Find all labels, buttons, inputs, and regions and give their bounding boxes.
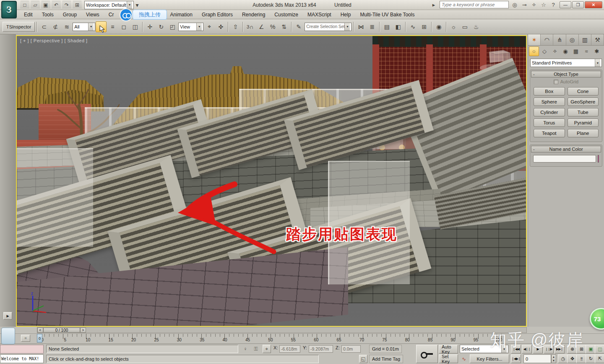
maxscript-mini-recorder[interactable]: [0, 345, 44, 354]
schematic-view-icon[interactable]: ⊞: [419, 21, 430, 32]
workspace-dropdown[interactable]: Workspace: Default ▼: [84, 1, 134, 9]
tab-create-icon[interactable]: ✶: [528, 34, 541, 45]
select-and-rotate-icon[interactable]: ↻: [156, 21, 167, 32]
menu-edit[interactable]: Edit: [19, 10, 37, 19]
current-frame-field[interactable]: 0: [523, 354, 551, 363]
absolute-mode-transform-icon[interactable]: ⌖: [263, 345, 271, 353]
tab-hierarchy-icon[interactable]: ⋔: [553, 34, 566, 45]
bind-to-space-warp-icon[interactable]: ≋: [61, 21, 72, 32]
object-name-field[interactable]: [533, 155, 596, 163]
lock-icon[interactable]: ⚿: [252, 345, 260, 353]
use-pivot-point-center-icon[interactable]: ⌖: [204, 21, 215, 32]
subtab-helpers-icon[interactable]: ▦: [571, 46, 581, 56]
close-button[interactable]: ✕: [585, 1, 602, 8]
align-icon[interactable]: ≣: [367, 21, 378, 32]
set-keys-button[interactable]: [416, 345, 438, 363]
search-input[interactable]: [440, 1, 509, 8]
spinner-snap-toggle-icon[interactable]: ⇅: [279, 21, 289, 32]
render-production-icon[interactable]: ♨: [471, 21, 482, 32]
save-file-button[interactable]: ▣: [41, 1, 50, 9]
window-crossing-toggle-icon[interactable]: ◫: [130, 21, 141, 32]
menu-help[interactable]: Help: [336, 10, 356, 19]
geometry-category-dropdown[interactable]: Standard Primitives ▼: [530, 59, 602, 67]
menu-group[interactable]: Group: [58, 10, 81, 19]
rectangular-selection-region-icon[interactable]: ◻: [118, 21, 129, 32]
torus-button[interactable]: Torus: [534, 119, 565, 127]
menu-multitile-uv-bake-tools[interactable]: Multi-Tile UV Bake Tools: [355, 10, 419, 19]
help-icon[interactable]: ?: [549, 2, 557, 8]
viewport-layout-tab-button[interactable]: [1, 328, 15, 344]
object-type-header[interactable]: - Object Type: [531, 71, 601, 77]
add-time-tag-button[interactable]: Add Time Tag: [369, 355, 403, 363]
layer-manager-icon[interactable]: ▤: [381, 21, 392, 32]
zoom-extents-icon[interactable]: ▣: [586, 345, 596, 354]
new-scene-button[interactable]: □: [20, 1, 29, 9]
favorites-star-icon[interactable]: ☆: [540, 2, 547, 8]
open-file-button[interactable]: ▱: [31, 1, 40, 9]
menu-animation[interactable]: Animation: [166, 10, 197, 19]
redo-button[interactable]: ↷: [62, 1, 71, 9]
app-logo-button[interactable]: Ɜ: [1, 1, 17, 18]
spinner-down-icon[interactable]: ▼: [552, 359, 555, 362]
previous-frame-arrow[interactable]: <: [37, 328, 43, 333]
subscription-key-icon[interactable]: ⊸: [521, 2, 528, 8]
viewport-frame[interactable]: [ + ] [ Perspective ] [ Shaded ]: [16, 35, 527, 327]
cone-button[interactable]: Cone: [568, 87, 599, 96]
menu-views[interactable]: Views: [81, 10, 104, 19]
select-and-manipulate-icon[interactable]: ✜: [215, 21, 226, 32]
angle-snap-toggle-icon[interactable]: ∠: [256, 21, 267, 32]
select-and-move-icon[interactable]: ✛: [144, 21, 155, 32]
material-editor-icon[interactable]: ◉: [433, 21, 444, 32]
tab-utilities-icon[interactable]: ⚒: [591, 34, 604, 45]
toolbar-overflow-button[interactable]: ▾: [134, 0, 141, 10]
search-icon[interactable]: ◎: [511, 2, 518, 8]
perspective-viewport[interactable]: [ + ] [ Perspective ] [ Shaded ]: [17, 36, 526, 326]
render-setup-icon[interactable]: ☼: [448, 21, 459, 32]
select-by-name-icon[interactable]: ≡: [107, 21, 118, 32]
pan-view-icon[interactable]: ✥: [567, 354, 577, 363]
unlink-selection-icon[interactable]: ⊄: [50, 21, 61, 32]
rendered-frame-window-icon[interactable]: ▭: [459, 21, 470, 32]
trackbar-frame-indicator[interactable]: 0: [37, 334, 42, 343]
undo-button[interactable]: ↶: [52, 1, 61, 9]
next-frame-arrow[interactable]: >: [80, 328, 86, 333]
select-object-button[interactable]: [96, 21, 107, 32]
menu-tools[interactable]: Tools: [37, 10, 58, 19]
restore-button[interactable]: ❐: [572, 1, 584, 8]
key-filters-button[interactable]: Key Filters...: [470, 354, 509, 363]
teapot-button[interactable]: Teapot: [534, 129, 565, 137]
subtab-geometry-icon[interactable]: ○: [529, 46, 539, 56]
cylinder-button[interactable]: Cylinder: [534, 108, 565, 116]
percent-snap-toggle-icon[interactable]: %: [267, 21, 278, 32]
select-and-scale-icon[interactable]: ◰: [167, 21, 178, 32]
subtab-systems-icon[interactable]: ✱: [592, 46, 602, 56]
tube-button[interactable]: Tube: [568, 108, 599, 116]
auto-key-button[interactable]: Auto Key: [439, 345, 458, 354]
walk-through-icon[interactable]: ‼: [576, 354, 586, 363]
plane-button[interactable]: Plane: [568, 129, 599, 137]
selection-filter-dropdown[interactable]: All ▼: [73, 23, 95, 31]
tsinspector-button[interactable]: TSInspector: [3, 22, 35, 32]
select-and-link-icon[interactable]: ⊂: [39, 21, 49, 32]
z-coordinate-field[interactable]: 0.0m: [341, 345, 361, 353]
set-key-button[interactable]: Set Key: [439, 354, 458, 363]
time-slider-handle[interactable]: < 0 / 100 >: [37, 328, 86, 333]
zoom-extents-all-icon[interactable]: ◫: [595, 345, 604, 354]
subtab-spacewarps-icon[interactable]: ≈: [581, 46, 591, 56]
communication-center-icon[interactable]: ✧: [530, 2, 538, 8]
snaps-toggle-icon[interactable]: 3∩: [245, 21, 255, 32]
edit-named-selection-sets-icon[interactable]: ✎: [293, 21, 304, 32]
tab-motion-icon[interactable]: ◎: [566, 34, 579, 45]
search-flyout-icon[interactable]: ▸: [430, 2, 437, 8]
minimize-button[interactable]: —: [560, 1, 571, 8]
named-selection-sets-combo[interactable]: Create Selection Set ▼: [305, 23, 351, 31]
drag-upload-button[interactable]: 拖拽上传: [133, 10, 167, 20]
cloud-upload-logo-icon[interactable]: [120, 9, 132, 21]
x-coordinate-field[interactable]: -6.618m: [279, 345, 300, 353]
key-mode-toggle-button[interactable]: ❘◀▶❘: [511, 354, 521, 363]
sphere-button[interactable]: Sphere: [534, 98, 565, 106]
menu-create[interactable]: Cr: [104, 10, 119, 19]
isolate-selection-icon[interactable]: ◱: [359, 355, 367, 363]
subtab-cameras-icon[interactable]: ◉: [560, 46, 570, 56]
curve-editor-icon[interactable]: ∿: [407, 21, 418, 32]
